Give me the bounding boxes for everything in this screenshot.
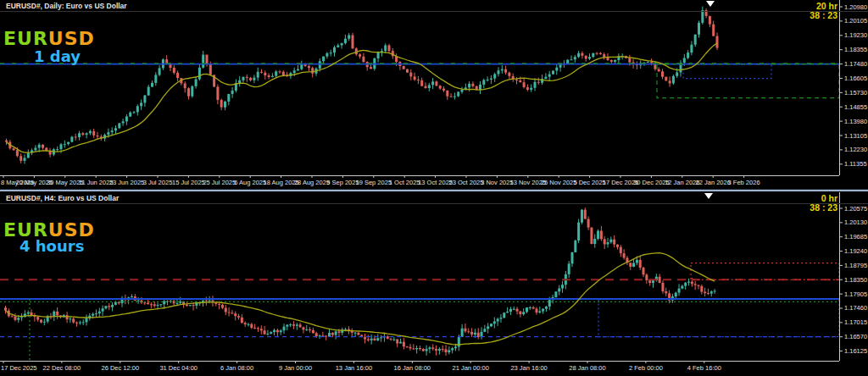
price-axis-label: 1.16125 <box>844 347 867 355</box>
candle-countdown-timer: 0 hr 38 : 23 <box>810 194 837 213</box>
time-axis-label: 6 Aug 2025 <box>234 179 266 186</box>
price-axis-label: 1.17460 <box>844 304 867 312</box>
price-axis-label: 1.13980 <box>844 118 867 125</box>
time-axis-label: 12 Jan 2026 <box>665 179 699 186</box>
candle-countdown-timer: 20 hr 38 : 23 <box>810 2 837 20</box>
time-axis-label: 2 Feb 00:00 <box>629 364 663 372</box>
price-axis-label: 1.16605 <box>844 75 867 82</box>
price-axis-label: 1.20105 <box>844 17 867 25</box>
price-axis-label: 1.16570 <box>844 333 867 340</box>
time-axis-label: 15 Jul 2025 <box>172 179 205 186</box>
price-axis-label: 1.11355 <box>844 160 867 168</box>
time-axis-label: 3 Nov 2025 <box>481 179 513 186</box>
price-axis-label: 1.20575 <box>844 205 867 213</box>
time-axis-label: 22 Dec 08:00 <box>43 364 81 372</box>
candles-layer[interactable] <box>5 7 719 164</box>
blue-dotted-zone <box>683 64 771 79</box>
symbol-usd-label: USD <box>48 28 95 49</box>
time-axis-label: 3 Jul 2025 <box>143 179 173 186</box>
price-axis-label: 1.18355 <box>844 46 867 53</box>
price-axis-label: 1.14855 <box>844 103 867 111</box>
symbol-eur-label: EUR <box>3 28 48 49</box>
blue-dotted-zone <box>598 299 839 337</box>
axes-layer[interactable]: 1.209801.201051.192301.183551.174801.166… <box>0 0 867 186</box>
timeframe-watermark: 4 hours <box>19 237 84 255</box>
axes-layer[interactable]: 1.205751.201301.196851.192401.187951.183… <box>0 192 867 372</box>
red-dotted-zone <box>691 263 839 280</box>
h4-chart-plot[interactable]: 1.205751.201301.196851.192401.187951.183… <box>0 192 868 376</box>
price-axis-label: 1.12230 <box>844 146 867 153</box>
price-axis-label: 1.13105 <box>844 132 867 140</box>
time-axis-label: 1 Oct 2025 <box>389 179 420 186</box>
chart-window-daily: 1.209801.201051.192301.183551.174801.166… <box>0 0 868 189</box>
daily-chart-plot[interactable]: 1.209801.201051.192301.183551.174801.166… <box>0 0 868 189</box>
chart-title-h4: EURUSD#, H4: Euro vs US Dollar <box>0 192 868 204</box>
timer-min-sec: 38 : 23 <box>810 11 837 20</box>
time-axis-label: 25 Jul 2025 <box>203 179 236 186</box>
time-axis-label: 26 Dec 12:00 <box>101 364 139 372</box>
time-axis-label: 11 Jun 2025 <box>79 179 114 186</box>
timeframe-watermark: 1 day <box>34 47 81 65</box>
price-axis-label: 1.18795 <box>844 262 867 269</box>
ma-line-layer <box>7 43 718 152</box>
price-axis-label: 1.18350 <box>844 276 867 284</box>
time-axis-label: 25 Nov 2025 <box>541 179 577 186</box>
price-axis-label: 1.19240 <box>844 247 867 255</box>
time-axis-label: 17 Dec 2025 <box>1 364 37 372</box>
symbol-watermark: EURUSD <box>3 28 95 49</box>
price-axis-label: 1.17905 <box>844 290 867 298</box>
time-axis-label: 6 Jan 08:00 <box>220 364 253 372</box>
time-axis-label: 5 Dec 2025 <box>573 179 605 186</box>
time-axis-label: 16 Jan 08:00 <box>394 364 431 372</box>
price-axis-label: 1.15730 <box>844 89 867 97</box>
time-axis-label: 4 Feb 16:00 <box>687 364 721 372</box>
candles-layer[interactable] <box>4 207 716 356</box>
time-axis-label: 23 Jun 2025 <box>109 179 144 186</box>
chart-window-h4: 1.205751.201301.196851.192401.187951.183… <box>0 192 868 376</box>
chart-title-daily: EURUSD#, Daily: Euro vs US Dollar <box>0 0 868 12</box>
time-axis-label: 23 Oct 2025 <box>449 179 484 186</box>
time-axis-label: 3 Feb 2026 <box>728 179 760 186</box>
time-axis-label: 19 Sep 2025 <box>356 179 392 186</box>
annotations-layer[interactable] <box>0 64 839 98</box>
price-axis-label: 1.19685 <box>844 233 867 241</box>
timer-min-sec: 38 : 23 <box>810 203 837 213</box>
time-axis-label: 28 Jan 08:00 <box>569 364 605 372</box>
window-splitter[interactable] <box>0 189 868 192</box>
time-axis-label: 31 Dec 04:00 <box>159 364 198 372</box>
time-axis-label: 28 Aug 2025 <box>294 179 330 186</box>
time-axis-label: 22 Jan 2026 <box>696 179 731 186</box>
time-axis-label: 9 Sep 2025 <box>326 179 359 186</box>
price-axis-label: 1.17015 <box>844 318 867 326</box>
price-axis-label: 1.20130 <box>844 218 867 226</box>
price-axis-label: 1.17480 <box>844 60 867 68</box>
time-axis-label: 23 Jan 16:00 <box>510 364 547 372</box>
price-axis-label: 1.19230 <box>844 31 867 39</box>
time-axis-label: 9 Jan 00:00 <box>279 364 312 372</box>
time-axis-label: 13 Jan 16:00 <box>336 364 372 372</box>
time-axis-label: 13 Oct 2025 <box>418 179 453 186</box>
time-axis-label: 21 Jan 00:00 <box>453 364 489 372</box>
